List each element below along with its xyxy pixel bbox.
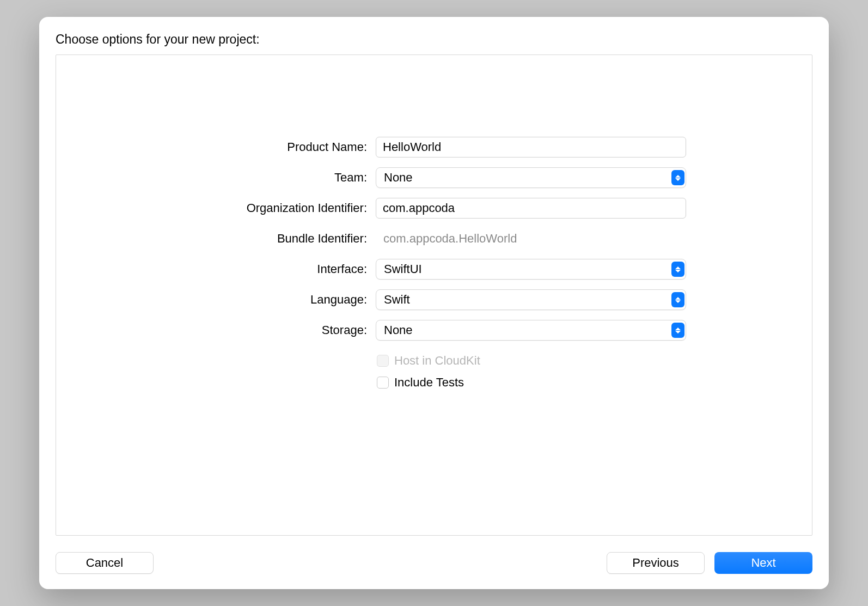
checkbox-stack: Host in CloudKit Include Tests (376, 350, 686, 391)
chevron-up-icon (675, 328, 681, 330)
product-name-label: Product Name: (182, 140, 367, 154)
button-row: Cancel Previous Next (56, 552, 812, 574)
chevron-down-icon (675, 331, 681, 334)
language-select-button[interactable] (671, 292, 684, 307)
host-cloudkit-checkbox (377, 355, 389, 367)
options-content-frame: Product Name: Team: None Organization Id… (56, 54, 812, 536)
form-grid: Product Name: Team: None Organization Id… (182, 137, 686, 391)
include-tests-row[interactable]: Include Tests (376, 374, 686, 391)
language-select[interactable]: Swift (376, 289, 686, 310)
team-select-value: None (376, 167, 686, 188)
host-cloudkit-label: Host in CloudKit (394, 354, 480, 368)
language-label: Language: (182, 293, 367, 307)
new-project-options-dialog: Choose options for your new project: Pro… (39, 17, 829, 589)
product-name-input[interactable] (376, 137, 686, 157)
org-identifier-label: Organization Identifier: (182, 201, 367, 215)
host-cloudkit-row: Host in CloudKit (376, 353, 686, 369)
chevron-down-icon (675, 178, 681, 181)
bundle-identifier-label: Bundle Identifier: (182, 232, 367, 246)
storage-label: Storage: (182, 323, 367, 337)
button-group-right: Previous Next (607, 552, 812, 574)
team-label: Team: (182, 171, 367, 185)
dialog-title: Choose options for your new project: (56, 32, 812, 47)
interface-select-button[interactable] (671, 262, 684, 277)
cancel-button[interactable]: Cancel (56, 552, 154, 574)
interface-select-value: SwiftUI (376, 259, 686, 280)
storage-select-button[interactable] (671, 323, 684, 338)
chevron-up-icon (675, 175, 681, 178)
language-select-value: Swift (376, 289, 686, 310)
chevron-up-icon (675, 297, 681, 300)
storage-select[interactable]: None (376, 320, 686, 341)
interface-select[interactable]: SwiftUI (376, 259, 686, 280)
storage-select-value: None (376, 320, 686, 341)
team-select-button[interactable] (671, 170, 684, 185)
chevron-down-icon (675, 270, 681, 272)
previous-button[interactable]: Previous (607, 552, 705, 574)
next-button[interactable]: Next (714, 552, 812, 574)
interface-label: Interface: (182, 262, 367, 276)
org-identifier-input[interactable] (376, 198, 686, 219)
team-select[interactable]: None (376, 167, 686, 188)
chevron-up-icon (675, 266, 681, 269)
include-tests-checkbox[interactable] (377, 377, 389, 389)
chevron-down-icon (675, 300, 681, 303)
bundle-identifier-value: com.appcoda.HelloWorld (376, 228, 686, 249)
include-tests-label: Include Tests (394, 375, 464, 390)
